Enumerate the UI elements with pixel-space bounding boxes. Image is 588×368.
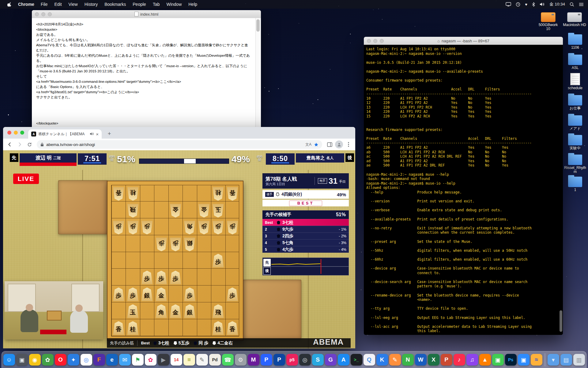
- reload-button[interactable]: [25, 140, 34, 149]
- secure-lock-icon[interactable]: [40, 143, 44, 147]
- dock-powerpoint-icon[interactable]: P: [441, 354, 452, 366]
- dock-processing-3-icon[interactable]: P: [273, 354, 285, 366]
- dock-dvd-player-icon[interactable]: ▶: [158, 354, 169, 366]
- desktop-icon-500gbwork-10[interactable]: 500GBwork 10: [537, 12, 560, 31]
- menu-item-history[interactable]: History: [81, 2, 101, 7]
- dock-podcasts-icon[interactable]: ♫: [466, 354, 478, 366]
- menu-item-window[interactable]: Window: [163, 2, 185, 7]
- menu-item-file[interactable]: File: [37, 2, 51, 7]
- dock-photoshop-icon[interactable]: Ps: [505, 354, 517, 366]
- menu-item-people[interactable]: People: [129, 2, 149, 7]
- desktop-icon-asl[interactable]: ASL: [564, 53, 587, 70]
- editor-titlebar[interactable]: index.html: [32, 10, 261, 18]
- dock-obs-icon[interactable]: ◎: [299, 354, 311, 366]
- desktop-icon-お仕事[interactable]: お仕事: [564, 93, 587, 110]
- dock-documents-folder-icon[interactable]: ▤: [560, 354, 572, 366]
- dock-quicktime-icon[interactable]: Q: [364, 354, 375, 366]
- close-window-button[interactable]: [35, 12, 39, 16]
- dock-word-icon[interactable]: W: [415, 354, 427, 366]
- dock-max-8-icon[interactable]: M: [248, 354, 259, 366]
- zoom-window-button[interactable]: [48, 12, 52, 16]
- dock-music-icon[interactable]: ♪: [454, 354, 465, 366]
- dock-edge-icon[interactable]: e: [106, 354, 118, 366]
- address-bar[interactable]: abema.tv/now-on-air/shogi 文A: [37, 140, 322, 149]
- minimize-window-button[interactable]: [41, 12, 45, 16]
- bluetooth-icon[interactable]: [532, 2, 535, 7]
- dock-safari-icon[interactable]: ✦: [68, 354, 79, 366]
- dock-numbers-icon[interactable]: N: [402, 354, 414, 366]
- tab-audio-icon[interactable]: [90, 131, 94, 137]
- dock-finder-icon[interactable]: ☺: [3, 354, 15, 366]
- back-button[interactable]: [6, 140, 14, 149]
- time-machine-icon[interactable]: [516, 2, 520, 7]
- dock-pure-data-icon[interactable]: Pd: [209, 354, 221, 366]
- desktop-icon-1[interactable]: 1: [564, 175, 587, 192]
- desktop-icon-1106[interactable]: 1106: [564, 33, 587, 50]
- dock-app-green-circle-icon[interactable]: ✿: [42, 354, 54, 366]
- editor-text[interactable]: <h3>2020年8月14日(金)</h3> <blockquote> お盆であ…: [32, 18, 255, 127]
- terminal-content[interactable]: Last login: Fri Aug 14 10:13:41 on ttys0…: [364, 45, 563, 335]
- terminal-scrollbar-thumb[interactable]: [560, 310, 562, 332]
- menu-item-bookmarks[interactable]: Bookmarks: [101, 2, 129, 7]
- dock-maps-icon[interactable]: ⚑: [132, 354, 144, 366]
- dock-zoom-icon[interactable]: ▣: [518, 354, 530, 366]
- menu-item-help[interactable]: Help: [185, 2, 201, 7]
- apple-menu-icon[interactable]: [4, 2, 15, 7]
- dock-skype-icon[interactable]: S: [312, 354, 324, 366]
- bookmark-star-icon[interactable]: [314, 142, 318, 147]
- desktop-icon-risset_rhythm[interactable]: Risset_Rhythm: [564, 153, 587, 174]
- dock-p5js-icon[interactable]: p5: [286, 354, 298, 366]
- volume-icon[interactable]: [540, 2, 545, 6]
- dock-photos-icon[interactable]: ✿: [145, 354, 156, 366]
- dock-excel-icon[interactable]: X: [428, 354, 439, 366]
- dock-facetime-icon[interactable]: ▣: [492, 354, 504, 366]
- dock-app-store-icon[interactable]: A: [338, 354, 349, 366]
- desktop-icon-実験中[interactable]: 実験中: [564, 133, 587, 150]
- dock-system-preferences-icon[interactable]: ⚙: [235, 354, 247, 366]
- dock-terminal-icon[interactable]: >_: [351, 354, 362, 366]
- browser-tab[interactable]: A 将棋チャンネル｜【ABEMA ×: [28, 129, 102, 139]
- spotlight-search-icon[interactable]: [570, 2, 574, 7]
- dock-calendar-icon[interactable]: 14: [171, 354, 182, 366]
- notification-center-icon[interactable]: [579, 2, 584, 6]
- dock-downloads-folder-icon[interactable]: ▾: [548, 354, 559, 366]
- desktop-icon-schedule[interactable]: schedule: [564, 73, 587, 90]
- minimize-window-button[interactable]: [14, 131, 18, 135]
- dock-github-desktop-icon[interactable]: G: [325, 354, 337, 366]
- menu-item-edit[interactable]: Edit: [51, 2, 65, 7]
- app-menu-title[interactable]: Chrome: [15, 2, 37, 7]
- dock-notes-icon[interactable]: ≡: [183, 354, 195, 366]
- dock-app-yellow-circle-icon[interactable]: ◉: [29, 354, 41, 366]
- dock-messages-icon[interactable]: ☎: [222, 354, 234, 366]
- dock-textedit-icon[interactable]: ✎: [196, 354, 208, 366]
- profile-avatar[interactable]: [335, 140, 343, 148]
- dock-keynote-icon[interactable]: K: [376, 354, 388, 366]
- url-text[interactable]: abema.tv/now-on-air/shogi: [46, 142, 303, 147]
- dock-mail-icon[interactable]: ✉: [119, 354, 131, 366]
- zoom-window-button[interactable]: [20, 131, 24, 135]
- menu-clock[interactable]: 金 10:34: [549, 2, 565, 7]
- new-tab-button[interactable]: +: [105, 130, 113, 138]
- tab-close-icon[interactable]: ×: [96, 132, 99, 136]
- minimize-window-button[interactable]: [373, 39, 377, 43]
- dock-trash-icon[interactable]: ▥: [573, 354, 585, 366]
- side-panel-icon[interactable]: [325, 140, 334, 149]
- dock-chrome-icon[interactable]: ◎: [81, 354, 92, 366]
- translate-icon[interactable]: 文A: [305, 142, 311, 147]
- dock-photo-booth-icon[interactable]: ▣: [16, 354, 28, 366]
- editor-scrollbar[interactable]: [255, 18, 261, 127]
- dock-processing-icon[interactable]: P: [261, 354, 272, 366]
- terminal-titlebar[interactable]: ⌂nagasm — -bash — 89×67: [364, 37, 563, 45]
- dock-pages-icon[interactable]: ✎: [389, 354, 401, 366]
- video-player[interactable]: 先 渡辺 明 二冠 7:51 残時間 51% 49% 残時間 8:50 豊島将之…: [3, 150, 355, 348]
- editor-scrollbar-thumb[interactable]: [256, 19, 260, 32]
- dock-opera-icon[interactable]: O: [55, 354, 66, 366]
- browser-menu-icon[interactable]: [344, 140, 353, 149]
- desktop-icon-macintosh-hd[interactable]: Macintosh HD: [563, 12, 586, 27]
- desktop-icon-メアド[interactable]: メアド: [564, 113, 587, 131]
- menu-item-view[interactable]: View: [65, 2, 81, 7]
- menu-item-tab[interactable]: Tab: [149, 2, 163, 7]
- close-window-button[interactable]: [7, 131, 11, 135]
- dock-audacity-icon[interactable]: ≈: [531, 354, 542, 366]
- heart-icon[interactable]: ♥: [525, 2, 527, 6]
